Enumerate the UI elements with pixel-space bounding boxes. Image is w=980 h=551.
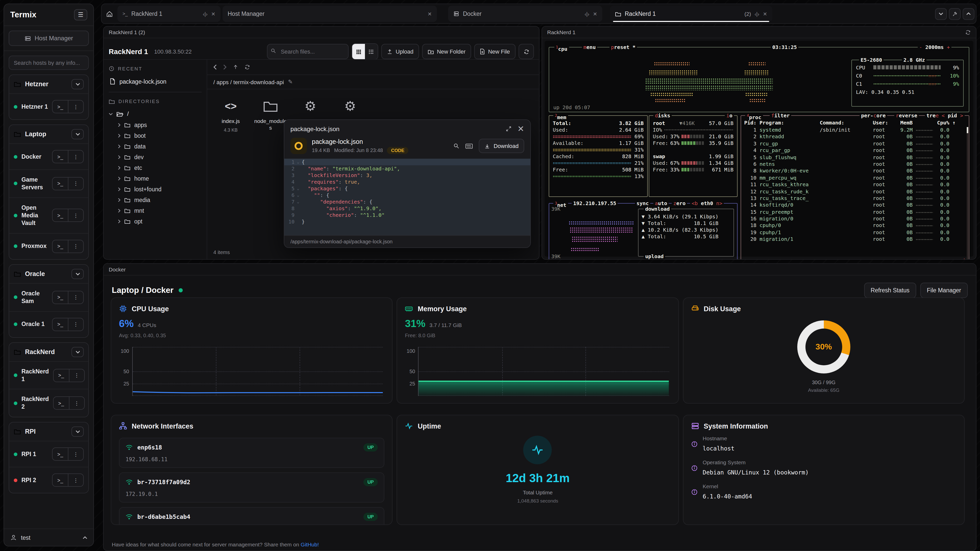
host-terminal-button[interactable]: >_ bbox=[53, 369, 68, 381]
panel-up-button[interactable] bbox=[963, 8, 974, 20]
nav-up-icon[interactable] bbox=[233, 64, 239, 70]
breadcrumb[interactable]: / apps / termix-download-api bbox=[213, 79, 284, 85]
host-item[interactable]: Hetzner 1 >_ ⋮ bbox=[9, 94, 88, 119]
keyboard-icon[interactable] bbox=[466, 143, 473, 149]
host-kebab-button[interactable]: ⋮ bbox=[68, 318, 83, 330]
list-view-button[interactable] bbox=[365, 44, 378, 59]
network-interface-item[interactable]: enp6s18 UP 192.168.68.11 bbox=[119, 438, 385, 468]
search-in-file-icon[interactable] bbox=[453, 143, 460, 149]
host-manager-button[interactable]: Host Manager bbox=[9, 30, 89, 46]
process-row[interactable]: 8 kworker/0:0H-eve root 0B 0.0 bbox=[744, 168, 967, 175]
host-group-header[interactable]: RackNerd bbox=[9, 343, 88, 361]
edit-path-icon[interactable]: ✎ bbox=[288, 79, 293, 85]
group-collapse-button[interactable] bbox=[72, 268, 84, 279]
host-item[interactable]: RackNerd 1 >_ ⋮ bbox=[9, 361, 88, 389]
host-item[interactable]: RPI 2 >_ ⋮ bbox=[9, 467, 88, 493]
file-item[interactable]: <> index.js 4.3 KB bbox=[215, 97, 247, 133]
host-terminal-button[interactable]: >_ bbox=[52, 291, 68, 303]
process-row[interactable]: 12 rcu_tasks_rude_k root 0B 0.0 bbox=[744, 188, 967, 195]
host-group-header[interactable]: Hetzner bbox=[9, 75, 88, 94]
process-row[interactable]: 5 slub_flushwq root 0B 0.0 bbox=[744, 154, 967, 161]
process-row[interactable]: 16 migration/0 root 0B 0.0 bbox=[744, 215, 967, 222]
tree-directory-item[interactable]: dev bbox=[109, 151, 202, 162]
split-view-icon[interactable]: ‹|› bbox=[585, 11, 590, 17]
tree-directory-item[interactable]: data bbox=[109, 141, 202, 151]
host-group-header[interactable]: RPI bbox=[9, 423, 88, 441]
process-row[interactable]: 6 netns root 0B 0.0 bbox=[744, 161, 967, 168]
process-row[interactable]: 19 cpuhp/1 root 0B 0.0 bbox=[744, 229, 967, 236]
process-row[interactable]: 18 cpuhp/0 root 0B 0.0 bbox=[744, 222, 967, 229]
tab-host-manager[interactable]: Host Manager ✕ bbox=[223, 6, 437, 22]
recent-file-item[interactable]: package-lock.json bbox=[109, 76, 202, 91]
tree-directory-item[interactable]: opt bbox=[109, 216, 202, 227]
reconnect-icon[interactable] bbox=[965, 29, 971, 35]
split-view-icon[interactable]: ‹|› bbox=[203, 11, 208, 17]
host-item[interactable]: RPI 1 >_ ⋮ bbox=[9, 441, 88, 467]
github-link[interactable]: GitHub! bbox=[301, 541, 319, 548]
tree-directory-item[interactable]: media bbox=[109, 194, 202, 205]
sidebar-user-row[interactable]: test bbox=[4, 529, 94, 546]
tab-racknerd1-files-active[interactable]: RackNerd 1 (2) ‹|› ✕ bbox=[610, 6, 772, 22]
process-row[interactable]: 13 rcu_tasks_trace_ root 0B 0.0 bbox=[744, 195, 967, 202]
process-row[interactable]: 10 mm_percpu_wq root 0B 0.0 bbox=[744, 174, 967, 181]
host-item[interactable]: Docker >_ ⋮ bbox=[9, 143, 88, 169]
code-viewer[interactable]: 1 ⌄ { 2 "name": "termix-download-api", bbox=[284, 159, 530, 235]
chevron-up-icon[interactable] bbox=[83, 536, 87, 539]
refresh-status-button[interactable]: Refresh Status bbox=[864, 283, 916, 298]
upload-button[interactable]: Upload bbox=[381, 44, 419, 59]
process-row[interactable]: 2 kthreadd root 0B 0.0 bbox=[744, 133, 967, 140]
close-icon[interactable]: ✕ bbox=[763, 11, 767, 17]
host-group-header[interactable]: Laptop bbox=[9, 125, 88, 143]
hamburger-menu-button[interactable]: ☰ bbox=[74, 9, 87, 21]
nav-forward-icon[interactable] bbox=[223, 64, 227, 70]
tools-button[interactable] bbox=[949, 8, 961, 20]
host-terminal-button[interactable]: >_ bbox=[53, 397, 68, 410]
home-button[interactable] bbox=[103, 6, 115, 22]
host-item[interactable]: Proxmox >_ ⋮ bbox=[9, 233, 88, 259]
group-collapse-button[interactable] bbox=[72, 129, 84, 139]
tree-directory-item[interactable]: lost+found bbox=[109, 184, 202, 194]
host-kebab-button[interactable]: ⋮ bbox=[68, 474, 83, 486]
process-row[interactable]: 3 rcu_gp root 0B 0.0 bbox=[744, 140, 967, 147]
process-row[interactable]: 15 rcu_preempt root 0B 0.0 bbox=[744, 208, 967, 215]
host-terminal-button[interactable]: >_ bbox=[52, 448, 68, 460]
refresh-icon[interactable] bbox=[245, 64, 250, 70]
host-item[interactable]: Oracle Sam >_ ⋮ bbox=[9, 283, 88, 311]
group-collapse-button[interactable] bbox=[72, 347, 84, 357]
grid-view-button[interactable] bbox=[352, 44, 365, 59]
proc-scrollbar[interactable] bbox=[967, 127, 968, 260]
host-kebab-button[interactable]: ⋮ bbox=[68, 151, 83, 163]
host-kebab-button[interactable]: ⋮ bbox=[68, 100, 83, 113]
panel-down-button[interactable] bbox=[935, 8, 947, 20]
host-terminal-button[interactable]: >_ bbox=[52, 318, 68, 330]
host-kebab-button[interactable]: ⋮ bbox=[68, 210, 83, 222]
new-folder-button[interactable]: New Folder bbox=[422, 44, 471, 59]
nav-back-icon[interactable] bbox=[213, 64, 217, 70]
file-item[interactable]: node_modules bbox=[254, 97, 287, 133]
split-view-icon[interactable]: ‹|› bbox=[755, 11, 759, 17]
close-icon[interactable]: ✕ bbox=[517, 124, 524, 134]
host-terminal-button[interactable]: >_ bbox=[52, 178, 68, 190]
tree-root-item[interactable]: / bbox=[109, 108, 202, 119]
host-terminal-button[interactable]: >_ bbox=[52, 151, 68, 163]
process-row[interactable]: 20 migration/1 root 0B 0.0 bbox=[744, 236, 967, 243]
host-terminal-button[interactable]: >_ bbox=[52, 240, 68, 252]
host-kebab-button[interactable]: ⋮ bbox=[68, 397, 84, 410]
host-kebab-button[interactable]: ⋮ bbox=[68, 178, 83, 190]
tree-directory-item[interactable]: home bbox=[109, 173, 202, 184]
group-collapse-button[interactable] bbox=[72, 79, 84, 89]
file-search-input[interactable] bbox=[267, 44, 348, 59]
process-row[interactable]: 4 rcu_par_gp root 0B 0.0 bbox=[744, 147, 967, 154]
host-terminal-button[interactable]: >_ bbox=[52, 100, 68, 113]
host-kebab-button[interactable]: ⋮ bbox=[68, 448, 83, 460]
network-interface-item[interactable]: br-73718f7a09d2 UP 172.19.0.1 bbox=[119, 472, 385, 503]
file-manager-button[interactable]: File Manager bbox=[920, 283, 968, 298]
host-item[interactable]: Oracle 1 >_ ⋮ bbox=[9, 311, 88, 337]
host-kebab-button[interactable]: ⋮ bbox=[68, 240, 83, 252]
tree-directory-item[interactable]: apps bbox=[109, 119, 202, 130]
host-item[interactable]: Open Media Vault >_ ⋮ bbox=[9, 197, 88, 233]
group-collapse-button[interactable] bbox=[72, 427, 84, 437]
host-terminal-button[interactable]: >_ bbox=[52, 210, 68, 222]
host-item[interactable]: RackNerd 2 >_ ⋮ bbox=[9, 389, 88, 417]
tree-directory-item[interactable]: mnt bbox=[109, 205, 202, 216]
